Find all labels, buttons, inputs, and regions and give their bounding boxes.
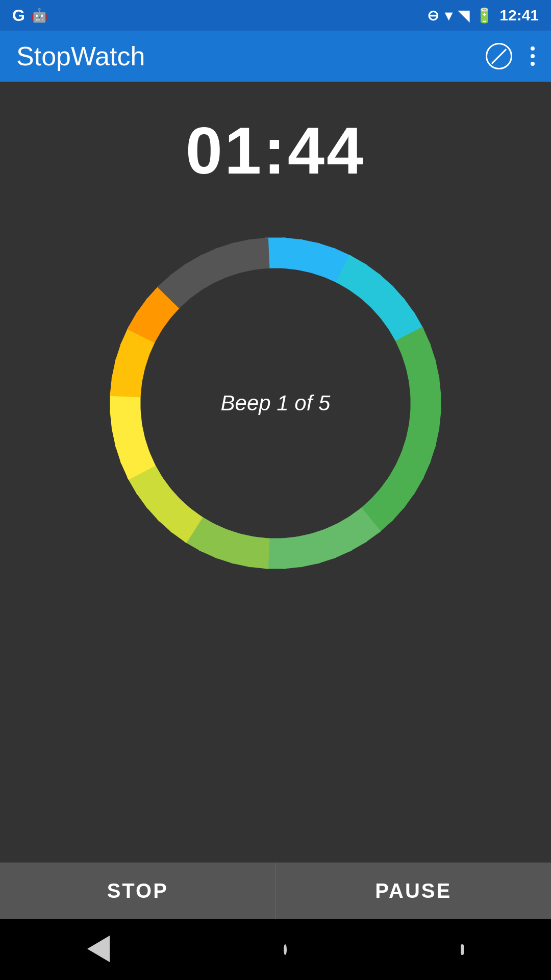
app-title: StopWatch xyxy=(16,41,145,71)
bottom-bar: STOP PAUSE xyxy=(0,863,551,919)
gauge-container: Beep 1 of 5 xyxy=(92,219,459,587)
nav-bar xyxy=(0,919,551,980)
signal-icon: ◥ xyxy=(458,7,469,24)
app-bar: StopWatch xyxy=(0,31,551,82)
recents-icon xyxy=(461,944,464,955)
recents-button[interactable] xyxy=(461,946,464,953)
home-button[interactable] xyxy=(284,946,287,953)
status-time: 12:41 xyxy=(499,7,539,24)
status-bar: G 🤖 ⊖ ▾ ◥ 🔋 12:41 xyxy=(0,0,551,31)
android-icon: 🤖 xyxy=(31,8,47,23)
status-right-icons: ⊖ ▾ ◥ 🔋 12:41 xyxy=(427,7,539,24)
block-button[interactable] xyxy=(486,43,512,69)
timer-display: 01:44 xyxy=(186,112,366,189)
wifi-icon: ▾ xyxy=(445,7,452,24)
stop-button[interactable]: STOP xyxy=(0,863,276,919)
google-icon: G xyxy=(12,6,25,25)
block-icon xyxy=(486,43,512,69)
more-vert-icon xyxy=(531,46,535,66)
menu-button[interactable] xyxy=(531,46,535,66)
do-not-disturb-icon: ⊖ xyxy=(427,7,439,24)
pause-button[interactable]: PAUSE xyxy=(276,863,552,919)
back-button[interactable] xyxy=(87,936,110,964)
main-content: 01:44 Beep 1 of 5 xyxy=(0,82,551,863)
battery-icon: 🔋 xyxy=(475,7,493,24)
beep-label: Beep 1 of 5 xyxy=(221,391,331,415)
home-icon xyxy=(284,944,287,955)
status-left-icons: G 🤖 xyxy=(12,6,47,25)
back-icon xyxy=(87,936,110,962)
app-bar-actions xyxy=(486,43,535,69)
